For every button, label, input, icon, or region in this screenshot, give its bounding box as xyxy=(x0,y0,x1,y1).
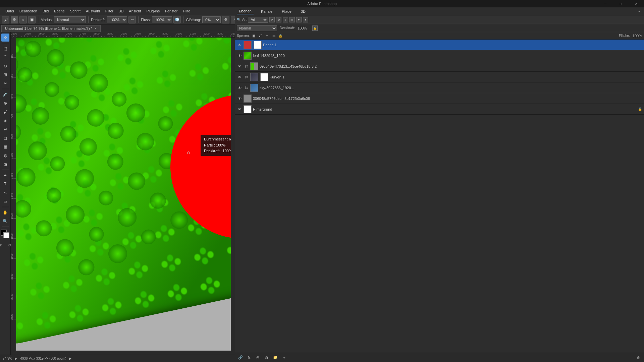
color-swatch[interactable] xyxy=(1,230,10,239)
menu-fenster[interactable]: Fenster xyxy=(162,8,180,14)
eraser-tool[interactable]: ◻ xyxy=(1,134,9,142)
close-button[interactable]: ✕ xyxy=(629,0,644,7)
layer-name-306048: 306048a5746dec...3b172fb3a6c08 xyxy=(253,97,642,101)
lock-artboard-btn[interactable]: ▭ xyxy=(271,33,276,39)
statusbar-arrow2[interactable]: ▶ xyxy=(69,357,72,360)
panel-collapse-button[interactable]: « xyxy=(637,9,642,14)
menu-hilfe[interactable]: Hilfe xyxy=(180,8,193,14)
filter-type-select[interactable]: Art xyxy=(248,17,268,23)
menu-auswahl[interactable]: Auswahl xyxy=(83,8,103,14)
mode-dropdown[interactable]: Normal Multiplizieren Abwedeln xyxy=(54,16,86,23)
tab-3d[interactable]: 3D xyxy=(299,9,308,14)
layer-eye-leaf[interactable]: 👁 xyxy=(237,53,242,58)
layer-row-leaf[interactable]: 👁 leaf-1482948_1920 xyxy=(235,50,644,61)
menu-bild[interactable]: Bild xyxy=(40,8,51,14)
layer-eye-sky[interactable]: 👁 xyxy=(237,85,242,90)
filter-adj-btn[interactable]: ⚙ xyxy=(276,17,281,22)
lock-image-btn[interactable]: 🖌 xyxy=(258,33,263,39)
delete-layer-button[interactable]: 🗑 xyxy=(635,355,641,361)
tool-brush-icon[interactable]: 🖌 xyxy=(2,16,9,23)
slice-tool[interactable]: ✂ xyxy=(1,79,9,87)
layer-eye-mixed[interactable]: 👁 xyxy=(237,64,242,69)
shape-tool[interactable]: ▭ xyxy=(1,197,9,205)
filter-type-btn[interactable]: T xyxy=(283,17,288,22)
minimize-button[interactable]: ─ xyxy=(598,0,613,7)
history-brush-tool[interactable]: ↩ xyxy=(1,125,9,133)
menu-bearbeiten[interactable]: Bearbeiten xyxy=(17,8,40,14)
layer-eye-hintergrund[interactable]: 👁 xyxy=(237,107,242,112)
glaettung-dropdown[interactable]: 0% xyxy=(202,16,221,23)
layer-row-mixed[interactable]: 👁 ⛓ 09c540e4f70d13...43ce46bd18f3f2 xyxy=(235,61,644,72)
menu-ansicht[interactable]: Ansicht xyxy=(126,8,144,14)
filter-on-off[interactable]: ● xyxy=(303,17,308,22)
smoothing-settings-icon[interactable]: ⚙ xyxy=(222,16,229,23)
layers-panel-header: Ebenen Kanäle Pfade 3D « xyxy=(235,7,644,15)
filter-pixel-btn[interactable]: P xyxy=(269,17,275,22)
tool-mask-icon[interactable]: ▣ xyxy=(28,16,36,23)
pen-icon[interactable]: ✏ xyxy=(128,16,136,23)
scrollbar-vertical[interactable] xyxy=(231,38,235,355)
tab-ebenen[interactable]: Ebenen xyxy=(237,8,254,14)
blur-tool[interactable]: ◍ xyxy=(1,152,9,160)
layer-row-306048[interactable]: 👁 306048a5746dec...3b172fb3a6c08 xyxy=(235,93,644,104)
layer-eye-kurven[interactable]: 👁 xyxy=(237,74,242,80)
lock-position-btn[interactable]: ✛ xyxy=(264,33,270,39)
dodge-tool[interactable]: ◑ xyxy=(1,160,9,168)
tool-settings-icon[interactable]: ⚙ xyxy=(11,16,18,23)
hand-tool[interactable]: ✋ xyxy=(1,208,9,217)
tool-opacity-icon[interactable]: ○ xyxy=(19,16,27,23)
layer-row-hintergrund[interactable]: 👁 Hintergrund 🔒 xyxy=(235,104,644,115)
menu-ebene[interactable]: Ebene xyxy=(51,8,67,14)
lock-transparent-btn[interactable]: ▣ xyxy=(251,33,256,39)
lock-all-btn[interactable]: 🔒 xyxy=(312,25,318,31)
layer-style-button[interactable]: fx xyxy=(246,355,252,361)
layer-row-ebene1[interactable]: 👁 Ebene 1 xyxy=(235,40,644,50)
maximize-button[interactable]: □ xyxy=(613,0,629,7)
clone-stamp-tool[interactable]: ◈ xyxy=(1,117,9,125)
zoom-tool[interactable]: 🔍 xyxy=(1,217,9,225)
lasso-tool[interactable]: ⌒ xyxy=(1,53,9,61)
tab-pfade[interactable]: Pfade xyxy=(280,9,293,14)
menu-filter[interactable]: Filter xyxy=(103,8,116,14)
airbrush-icon[interactable]: 💨 xyxy=(173,16,181,23)
deckkraft-dropdown[interactable]: 100% xyxy=(107,16,127,23)
eyedropper-tool[interactable]: 💉 xyxy=(1,90,9,99)
new-group-button[interactable]: 📁 xyxy=(272,355,278,361)
gradient-tool[interactable]: ▦ xyxy=(1,143,9,151)
layer-eye-306048[interactable]: 👁 xyxy=(237,96,242,101)
menu-datei[interactable]: Datei xyxy=(3,8,17,14)
path-select-tool[interactable]: ↖ xyxy=(1,189,9,197)
canvas-area[interactable]: Durchmesser : 618 Px Härte : 100% Deckkr… xyxy=(16,38,235,355)
type-tool[interactable]: T xyxy=(1,180,9,188)
layer-row-kurven[interactable]: 👁 ⛓ Kurven 1 xyxy=(235,72,644,82)
crop-tool[interactable]: ⊞ xyxy=(1,71,9,79)
add-adjustment-button[interactable]: ◑ xyxy=(264,355,270,361)
fluss-dropdown[interactable]: 100% xyxy=(152,16,172,23)
menu-schrift[interactable]: Schrift xyxy=(67,8,83,14)
document-tab[interactable]: Unbenannt-1 bei 74,9% (Ebene 1, Ebenenma… xyxy=(1,25,101,32)
new-layer-button[interactable]: ＋ xyxy=(281,355,287,361)
tab-label: Unbenannt-1 bei 74,9% (Ebene 1, Ebenenma… xyxy=(5,26,92,31)
quick-select-tool[interactable]: ⊙ xyxy=(1,62,9,70)
layer-eye-ebene1[interactable]: 👁 xyxy=(237,42,242,48)
filter-shape-btn[interactable]: ▭ xyxy=(289,17,295,22)
menu-3d[interactable]: 3D xyxy=(116,8,126,14)
marquee-tool[interactable]: ⬚ xyxy=(1,45,9,53)
tab-kanaele[interactable]: Kanäle xyxy=(259,9,274,14)
layer-mask-ebene1 xyxy=(254,41,262,49)
link-layers-button[interactable]: 🔗 xyxy=(237,355,244,361)
statusbar-arrow[interactable]: ▶ xyxy=(15,357,17,360)
blending-mode-select[interactable]: Normal Multiplizieren xyxy=(237,25,277,31)
layer-row-sky[interactable]: 👁 ⛓ sky-3027856_1920... xyxy=(235,82,644,93)
brush-tool[interactable]: 🖌 xyxy=(1,108,9,116)
tab-close-button[interactable]: ✕ xyxy=(94,27,97,30)
menu-plugins[interactable]: Plug-ins xyxy=(144,8,162,14)
add-mask-button[interactable]: ◎ xyxy=(255,355,261,361)
pen-tool[interactable]: ✒ xyxy=(1,171,9,179)
move-tool[interactable]: ✛ xyxy=(1,34,9,42)
healing-brush-tool[interactable]: ⊕ xyxy=(1,99,9,107)
scrollbar-horizontal[interactable] xyxy=(16,351,235,355)
quick-mask-mode[interactable]: ◎ xyxy=(0,241,5,249)
filter-smart-btn[interactable]: ✦ xyxy=(296,17,302,22)
lock-all-icon[interactable]: 🔒 xyxy=(278,33,283,39)
